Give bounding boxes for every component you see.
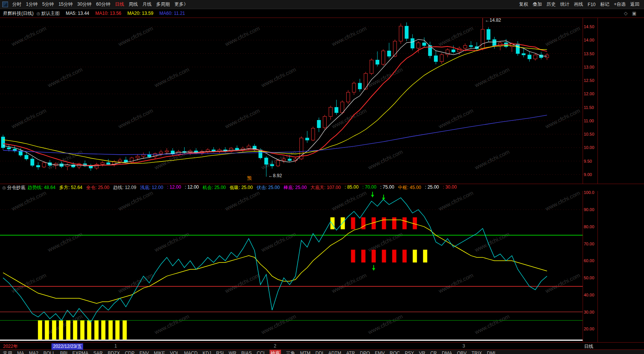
selected-date-chip: 2022/12/23/五: [51, 343, 83, 350]
indicator-tick: 100.0: [584, 190, 594, 195]
strip-item[interactable]: MTM: [300, 350, 310, 354]
strip-item[interactable]: ADTM: [328, 350, 341, 354]
indicator-tick: 40.00: [584, 293, 594, 297]
strip-item[interactable]: EXPMA: [72, 350, 88, 354]
indicator-field: : 12.00: [185, 184, 199, 191]
price-tick: 14.50: [584, 24, 594, 29]
ma-value: MA10: 13.56: [95, 11, 121, 16]
indicator-field: : 75.00: [380, 184, 394, 191]
strip-item[interactable]: KDJ: [202, 350, 211, 354]
indicator-field: : 85.00: [345, 184, 359, 191]
indicator-tick: 50.00: [584, 276, 594, 280]
strip-item[interactable]: DPO: [360, 350, 370, 354]
menu-left: 分时1分钟5分钟15分钟30分钟60分钟日线周线月线多周期更多》: [10, 0, 190, 8]
menu-item[interactable]: 返回: [628, 0, 642, 8]
indicator-field: 多方: 52.64: [59, 184, 82, 191]
strip-item[interactable]: ENV: [140, 350, 149, 354]
ma-value: MA60: 11.21: [159, 11, 185, 16]
indicator-tick: 70.00: [584, 242, 594, 246]
menu-item[interactable]: 月线: [140, 0, 154, 8]
strip-item[interactable]: BIAS: [241, 350, 252, 354]
strip-item[interactable]: TRIX: [472, 350, 482, 354]
strip-item[interactable]: CCI: [257, 350, 265, 354]
indicator-field: 低吸: 25.00: [230, 184, 253, 191]
strip-item[interactable]: DMI: [487, 350, 495, 354]
diamond-icon[interactable]: ◇: [624, 11, 627, 16]
menu-item[interactable]: 分时: [10, 0, 24, 8]
menu-item[interactable]: 多周期: [154, 0, 172, 8]
indicator-tick: 60.00: [584, 258, 594, 263]
price-tick: 13.00: [584, 65, 594, 69]
xaxis-row: 日线 2022年2022/12/23/五123: [0, 343, 644, 349]
menu-item[interactable]: 复权: [517, 0, 530, 8]
strip-item[interactable]: MACD: [184, 350, 198, 354]
panel-icon[interactable]: ▣: [632, 11, 636, 16]
indicator-field: : 25.00: [425, 184, 439, 191]
menu-item[interactable]: 15分钟: [56, 0, 75, 8]
price-tick: 9.50: [584, 159, 592, 163]
price-tick: 12.00: [584, 91, 594, 96]
strip-item[interactable]: ATR: [346, 350, 355, 354]
strip-item[interactable]: BDZX: [108, 350, 120, 354]
strip-item[interactable]: 常用: [3, 350, 12, 354]
strip-item[interactable]: EMV: [375, 350, 385, 354]
svg-text:预: 预: [247, 175, 252, 181]
layout-selector[interactable]: 默认主图: [42, 10, 60, 17]
menu-item[interactable]: 周线: [126, 0, 140, 8]
price-tick: 9.00: [584, 172, 592, 177]
strip-item[interactable]: VOL: [170, 350, 179, 354]
menu-item[interactable]: 5分钟: [40, 0, 56, 8]
main-chart-canvas[interactable]: ←14.82←8.92预: [0, 18, 644, 184]
indicator-field: 趋线: 12.09: [113, 184, 137, 191]
price-tick: 11.50: [584, 105, 594, 110]
x-label: 1: [114, 343, 117, 349]
menu-right: 复权叠加历史统计画线F10标记+自选返回: [517, 0, 642, 8]
period-label: 日线: [584, 343, 593, 350]
strip-item[interactable]: OBV: [457, 350, 466, 354]
strip-item[interactable]: MA: [17, 350, 24, 354]
menu-item[interactable]: 画线: [572, 0, 585, 8]
indicator-field: 伏击: 25.00: [257, 184, 280, 191]
strip-item[interactable]: 三角: [286, 350, 295, 354]
strip-item[interactable]: RSI: [216, 350, 224, 354]
strip-item[interactable]: WR: [229, 350, 236, 354]
strip-item[interactable]: MA2: [29, 350, 39, 354]
indicator-field: : 70.00: [362, 184, 376, 191]
strip-item[interactable]: CDP: [125, 350, 134, 354]
strip-item[interactable]: VR: [419, 350, 426, 354]
indicator-tick: 80.00: [584, 224, 594, 229]
strip-item[interactable]: DDI: [315, 350, 323, 354]
indicator-canvas[interactable]: [0, 191, 644, 343]
menu-item[interactable]: 更多》: [172, 0, 190, 8]
title-separator: [0, 18, 644, 18]
indicator-field: 大底天: 107.00: [310, 184, 340, 191]
indicator-field: 中枢: 45.00: [398, 184, 421, 191]
menu-item[interactable]: F10: [585, 1, 598, 8]
menu-item[interactable]: 日线: [112, 0, 126, 8]
indicator-tick: 90.00: [584, 207, 594, 212]
strip-item[interactable]: BOLL: [43, 350, 55, 354]
strip-item[interactable]: PSY: [405, 350, 414, 354]
menu-item[interactable]: 60分钟: [94, 0, 112, 8]
menu-item[interactable]: +自选: [612, 0, 628, 8]
indicator-title[interactable]: 分仓抄底: [7, 184, 26, 191]
strip-item[interactable]: CR: [430, 350, 437, 354]
strip-item[interactable]: ROC: [390, 350, 400, 354]
menu-item[interactable]: 历史: [544, 0, 558, 8]
app-grid-icon[interactable]: [2, 2, 8, 7]
strip-item[interactable]: DMA: [442, 350, 452, 354]
strip-item[interactable]: 抄底: [270, 350, 281, 354]
menu-item[interactable]: 标记: [598, 0, 612, 8]
menu-item[interactable]: 统计: [558, 0, 572, 8]
strip-item[interactable]: SAR: [93, 350, 103, 354]
menu-item[interactable]: 30分钟: [75, 0, 94, 8]
titlebar: 昇辉科技(日线) ◎ 默认主图 MA5: 13.44MA10: 13.56MA2…: [0, 9, 644, 18]
price-tick: 10.00: [584, 145, 594, 150]
ma-value: MA5: 13.44: [66, 11, 89, 16]
indicator-field: 浅底: 12.00: [140, 184, 163, 191]
strip-item[interactable]: BBI: [60, 350, 67, 354]
menu-item[interactable]: 叠加: [530, 0, 544, 8]
strip-item[interactable]: MIKE: [154, 350, 165, 354]
x-label: 2022年: [3, 343, 18, 350]
menu-item[interactable]: 1分钟: [24, 0, 40, 8]
